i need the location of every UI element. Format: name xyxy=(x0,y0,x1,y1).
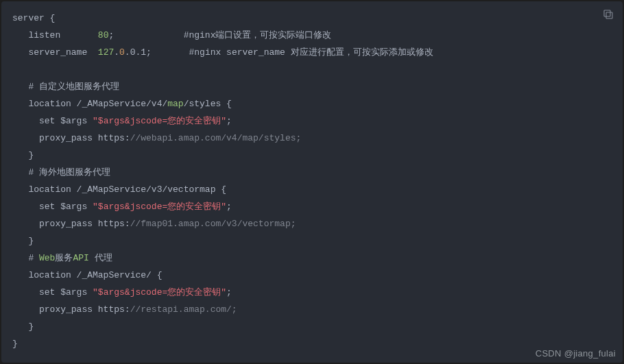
code-token: proxy_pass https: xyxy=(12,304,130,315)
code-token: } xyxy=(12,236,34,246)
code-token: map xyxy=(167,99,183,109)
code-token: . xyxy=(114,47,119,58)
code-comment: #nginx端口设置，可按实际端口修改 xyxy=(184,30,332,40)
code-comment: 服务 xyxy=(55,253,73,263)
code-token: ; xyxy=(226,287,232,298)
code-token: set $args xyxy=(12,116,93,126)
code-content: server { listen 80; #nginx端口设置，可按实际端口修改 … xyxy=(12,10,612,352)
code-url: //webapi.amap.com/v4/map/styles; xyxy=(130,133,302,143)
code-token: listen xyxy=(12,30,98,40)
code-comment: # 海外地图服务代理 xyxy=(28,167,110,178)
code-token: } xyxy=(12,339,18,349)
code-token: location /_AMapService/v3/vectormap { xyxy=(12,184,226,195)
code-token xyxy=(12,82,28,92)
code-token: 80 xyxy=(98,30,109,40)
code-token: 0 xyxy=(119,47,125,58)
code-string: "$args&jscode=您的安全密钥" xyxy=(93,116,226,126)
code-token: set $args xyxy=(12,287,93,298)
code-token: 127 xyxy=(98,47,114,58)
code-token: ; xyxy=(108,30,183,40)
code-token: API xyxy=(73,253,88,263)
svg-rect-0 xyxy=(606,12,612,19)
code-token: proxy_pass https: xyxy=(12,219,130,229)
code-comment: 代理 xyxy=(89,253,112,263)
code-token: ; xyxy=(226,202,232,212)
code-block: server { listen 80; #nginx端口设置，可按实际端口修改 … xyxy=(1,1,623,363)
code-token: server { xyxy=(12,13,55,23)
code-string: "$args&jscode=您的安全密钥" xyxy=(93,287,226,298)
code-token: } xyxy=(12,150,34,160)
watermark: CSDN @jiang_fulai xyxy=(536,348,616,359)
code-token: location /_AMapService/ { xyxy=(12,270,162,280)
code-url: //fmap01.amap.com/v3/vectormap; xyxy=(130,219,296,229)
code-token: proxy_pass https: xyxy=(12,133,130,143)
code-token: location /_AMapService/v4/ xyxy=(12,99,167,109)
code-token: } xyxy=(12,321,34,332)
code-token: Web xyxy=(39,253,55,263)
code-token: .0.1; xyxy=(125,47,189,58)
code-comment: # xyxy=(28,253,39,263)
code-token xyxy=(12,253,28,263)
copy-icon[interactable] xyxy=(602,8,614,21)
code-string: "$args&jscode=您的安全密钥" xyxy=(93,202,226,212)
svg-rect-1 xyxy=(604,10,610,16)
code-token: ; xyxy=(226,116,232,126)
code-token: set $args xyxy=(12,202,93,212)
code-token: server_name xyxy=(12,47,98,58)
code-comment: # 自定义地图服务代理 xyxy=(28,82,119,92)
code-token: /styles { xyxy=(184,99,232,109)
code-token xyxy=(12,167,28,178)
code-comment: #nginx server_name 对应进行配置，可按实际添加或修改 xyxy=(189,47,433,58)
code-url: //restapi.amap.com/; xyxy=(130,304,237,315)
